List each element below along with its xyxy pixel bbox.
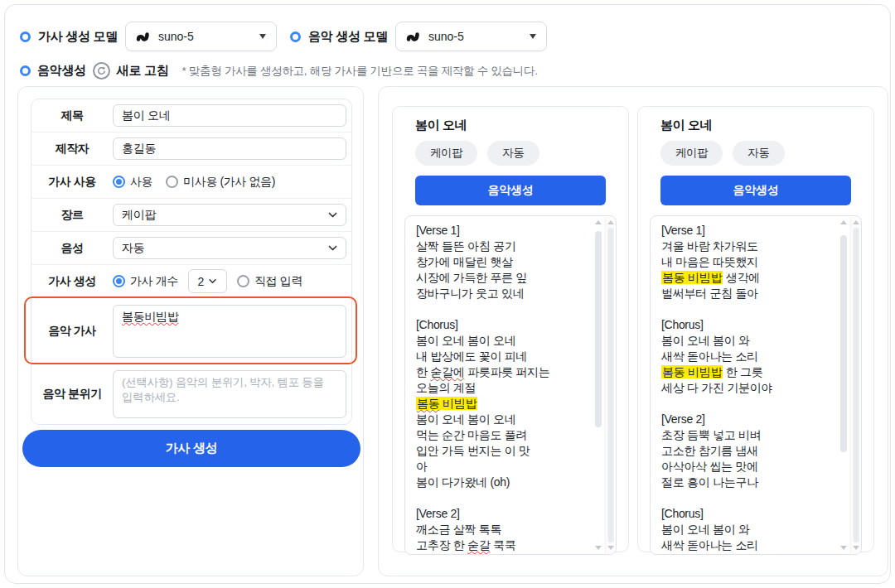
form-row-voice: 음성 자동 xyxy=(31,232,351,265)
song-title: 봄이 오네 xyxy=(660,118,851,133)
results-panel: 봄이 오네 케이팝 자동 음악생성 [Verse 1]살짝 들뜬 아침 공기창가… xyxy=(378,86,888,576)
song-form-table: 제목 제작자 가사 사용 사용 미사용 (가사 없음) 장르 xyxy=(31,99,352,425)
song-title: 봄이 오네 xyxy=(415,118,606,133)
lyrics-use-off-label[interactable]: 미사용 (가사 없음) xyxy=(183,175,275,190)
direct-input-label[interactable]: 직접 입력 xyxy=(254,274,302,289)
caret-down-icon xyxy=(259,34,266,39)
music-model-radio[interactable] xyxy=(290,31,301,42)
scrollbar-thumb[interactable] xyxy=(840,235,847,452)
scroll-down-icon[interactable] xyxy=(853,546,859,550)
lyrics-text: [Verse 1]겨울 바람 차가워도내 마음은 따뜻했지봄동 비빔밥 생각에벌… xyxy=(651,216,861,553)
lyrics-count-value: 2 xyxy=(197,275,204,288)
form-row-music-lyrics: 음악 가사 봄동비빔밥 xyxy=(31,298,351,364)
music-generation-radio[interactable] xyxy=(20,65,31,76)
scrollbar-thumb[interactable] xyxy=(607,228,613,542)
song-card-1: 봄이 오네 케이팝 자동 음악생성 [Verse 1]살짝 들뜬 아침 공기창가… xyxy=(392,106,629,552)
music-model-value: suno-5 xyxy=(428,30,464,43)
scroll-down-icon[interactable] xyxy=(595,546,602,550)
music-lyrics-value: 봄동비빔밥 xyxy=(122,310,179,323)
music-model-label: 음악 생성 모델 xyxy=(308,29,388,45)
voice-label: 음성 xyxy=(31,241,113,256)
lyrics-use-off-radio[interactable] xyxy=(166,176,178,188)
voice-select[interactable]: 자동 xyxy=(113,237,346,259)
lyrics-text: [Verse 1]살짝 들뜬 아침 공기창가에 매달린 햇살시장에 가득한 푸른… xyxy=(405,216,616,553)
lyrics-model-select[interactable]: suno-5 xyxy=(125,22,277,51)
outer-scrollbar[interactable] xyxy=(850,217,860,553)
lyrics-model-value: suno-5 xyxy=(158,30,194,43)
suno-logo-icon xyxy=(136,31,151,43)
form-row-genre: 장르 케이팝 xyxy=(31,199,351,232)
music-model-select[interactable]: suno-5 xyxy=(395,22,547,51)
refresh-label[interactable]: 새로 고침 xyxy=(117,63,169,79)
voice-chip[interactable]: 자동 xyxy=(487,141,539,166)
generate-music-button[interactable]: 음악생성 xyxy=(415,176,606,205)
outer-scrollbar[interactable] xyxy=(605,217,615,553)
caret-down-icon xyxy=(530,34,536,39)
voice-value: 자동 xyxy=(122,241,144,256)
creator-input[interactable] xyxy=(113,137,346,160)
voice-chip[interactable]: 자동 xyxy=(733,141,784,166)
generate-music-button[interactable]: 음악생성 xyxy=(660,176,851,205)
lyrics-model-option: 가사 생성 모델 suno-5 xyxy=(20,22,277,51)
title-label: 제목 xyxy=(31,108,113,123)
scroll-up-icon[interactable] xyxy=(853,220,859,224)
refresh-icon[interactable] xyxy=(93,62,110,80)
music-lyrics-label: 음악 가사 xyxy=(31,324,113,339)
scroll-up-icon[interactable] xyxy=(840,220,847,224)
lyrics-count-label[interactable]: 가사 개수 xyxy=(130,274,178,289)
help-note: * 맞춤형 가사를 생성하고, 해당 가사를 기반으로 곡을 제작할 수 있습니… xyxy=(181,64,537,79)
lyrics-box[interactable]: [Verse 1]살짝 들뜬 아침 공기창가에 매달린 햇살시장에 가득한 푸른… xyxy=(404,215,617,555)
form-row-lyrics-gen: 가사 생성 가사 개수 2 직접 입력 xyxy=(31,265,351,298)
music-mood-textarea[interactable]: (선택사항) 음악의 분위기, 박자, 템포 등을 입력하세요. xyxy=(113,370,346,418)
music-lyrics-textarea[interactable]: 봄동비빔밥 xyxy=(113,305,346,358)
music-model-option: 음악 생성 모델 suno-5 xyxy=(290,22,547,51)
title-input[interactable] xyxy=(113,104,346,127)
genre-value: 케이팝 xyxy=(122,208,156,223)
music-generation-page: 가사 생성 모델 suno-5 음악 생성 모델 suno-5 xyxy=(4,4,891,584)
scrollbar-thumb[interactable] xyxy=(853,228,859,542)
inner-scrollbar[interactable] xyxy=(839,217,849,553)
song-card-2: 봄이 오네 케이팝 자동 음악생성 [Verse 1]겨울 바람 차가워도내 마… xyxy=(637,106,874,552)
scroll-up-icon[interactable] xyxy=(607,220,614,224)
suno-logo-icon xyxy=(406,31,421,43)
scroll-down-icon[interactable] xyxy=(840,546,847,550)
scroll-down-icon[interactable] xyxy=(607,546,614,550)
lyrics-box[interactable]: [Verse 1]겨울 바람 차가워도내 마음은 따뜻했지봄동 비빔밥 생각에벌… xyxy=(650,215,862,555)
lyrics-gen-label: 가사 생성 xyxy=(31,274,113,289)
lyrics-use-on-label[interactable]: 사용 xyxy=(130,175,152,190)
genre-chip[interactable]: 케이팝 xyxy=(415,141,477,166)
lyrics-use-label: 가사 사용 xyxy=(31,175,113,190)
model-selection-bar: 가사 생성 모델 suno-5 음악 생성 모델 suno-5 xyxy=(20,22,875,80)
lyrics-count-radio[interactable] xyxy=(113,275,125,287)
scrollbar-thumb[interactable] xyxy=(595,231,602,427)
lyrics-model-radio[interactable] xyxy=(20,31,31,42)
lyrics-count-select[interactable]: 2 xyxy=(188,269,227,293)
form-row-creator: 제작자 xyxy=(31,133,351,166)
music-mood-placeholder: (선택사항) 음악의 분위기, 박자, 템포 등을 입력하세요. xyxy=(122,376,324,403)
genre-label: 장르 xyxy=(31,208,113,223)
form-row-lyrics-use: 가사 사용 사용 미사용 (가사 없음) xyxy=(31,166,351,199)
scroll-up-icon[interactable] xyxy=(595,220,602,224)
generate-lyrics-button[interactable]: 가사 생성 xyxy=(22,430,360,467)
music-mood-label: 음악 분위기 xyxy=(31,387,113,402)
genre-chip[interactable]: 케이팝 xyxy=(660,141,723,166)
lyrics-model-label: 가사 생성 모델 xyxy=(38,29,118,45)
chevron-down-icon xyxy=(208,277,217,286)
direct-input-radio[interactable] xyxy=(237,275,249,287)
song-form-panel: 제목 제작자 가사 사용 사용 미사용 (가사 없음) 장르 xyxy=(17,86,364,576)
chevron-down-icon xyxy=(327,243,338,253)
form-row-music-mood: 음악 분위기 (선택사항) 음악의 분위기, 박자, 템포 등을 입력하세요. xyxy=(31,364,351,424)
creator-label: 제작자 xyxy=(31,142,113,157)
genre-select[interactable]: 케이팝 xyxy=(113,204,346,226)
music-generation-label: 음악생성 xyxy=(37,63,86,79)
inner-scrollbar[interactable] xyxy=(593,217,603,553)
chevron-down-icon xyxy=(327,210,338,220)
form-row-title: 제목 xyxy=(31,99,351,133)
lyrics-use-on-radio[interactable] xyxy=(113,176,125,188)
